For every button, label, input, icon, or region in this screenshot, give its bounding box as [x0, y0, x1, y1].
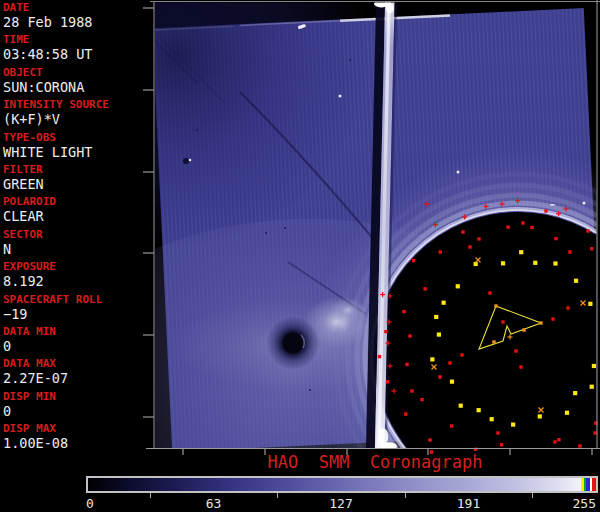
overlay-dot: [566, 306, 569, 309]
metadata-field-label: TIME: [3, 34, 149, 46]
overlay-dot: [461, 230, 464, 233]
metadata-field: SPACECRAFT ROLL −19: [3, 294, 149, 326]
overlay-dot: [553, 440, 556, 443]
overlay-dot: [586, 229, 589, 232]
overlay-dot: [450, 424, 453, 427]
metadata-field-value: 8.192: [3, 274, 149, 289]
overlay-dot: [590, 385, 594, 389]
metadata-field-label: POLAROID: [3, 196, 149, 208]
overlay-dot: [500, 443, 503, 446]
metadata-field: DATE 28 Feb 1988: [3, 2, 149, 34]
metadata-field-value: 03:48:58 UT: [3, 47, 149, 62]
overlay-dot: [408, 334, 411, 337]
metadata-field-label: EXPOSURE: [3, 261, 149, 273]
overlay-dot: [438, 375, 441, 378]
polygon-vertex-dot: [522, 328, 525, 331]
colorbar-label: 255: [573, 497, 596, 511]
overlay-dot: [488, 291, 491, 294]
metadata-field-label: SPACECRAFT ROLL: [3, 294, 149, 306]
metadata-field: DATA MAX 2.27E-07: [3, 358, 149, 390]
overlay-dot: [568, 250, 571, 253]
overlay-dot: [506, 225, 509, 228]
overlay-dot: [404, 412, 407, 415]
overlay-dot: [519, 250, 523, 254]
metadata-field: OBJECT SUN:CORONA: [3, 67, 149, 99]
colorbar-end-stripes: [581, 478, 596, 491]
metadata-field-value: 2.27E-07: [3, 371, 149, 386]
overlay-dot: [410, 389, 413, 392]
overlay-dot: [448, 361, 451, 364]
overlay-dot: [574, 279, 578, 283]
overlay-dot: [384, 330, 387, 333]
image-title: HAO SMM Coronagraph: [150, 452, 600, 472]
overlay-dot: [557, 438, 560, 441]
polygon-vertex-dot: [539, 321, 542, 324]
overlay-dot: [544, 209, 547, 212]
metadata-field-label: DATA MAX: [3, 358, 149, 370]
overlay-dot: [501, 320, 504, 323]
metadata-field: DISP MIN 0: [3, 391, 149, 423]
overlay-dot: [450, 380, 454, 384]
overlay-dot: [590, 247, 593, 250]
metadata-field-value: WHITE LIGHT: [3, 145, 149, 160]
metadata-field: SECTOR N: [3, 229, 149, 261]
metadata-field-value: SUN:CORONA: [3, 80, 149, 95]
overlay-dot: [511, 422, 515, 426]
polygon-vertex-dot: [492, 340, 495, 343]
overlay-dot: [533, 261, 537, 265]
overlay-dot: [460, 353, 463, 356]
metadata-field: DISP MAX 1.00E-08: [3, 423, 149, 455]
overlay-dot: [437, 332, 441, 336]
colorbar-label: 191: [457, 497, 480, 511]
overlay-dot: [592, 364, 596, 368]
overlay-dot: [588, 302, 592, 306]
polygon-vertex-dot: [494, 304, 497, 307]
overlay-dot: [553, 261, 557, 265]
overlay-dot: [530, 226, 533, 229]
overlay-dot: [423, 287, 426, 290]
metadata-field-label: DISP MAX: [3, 423, 149, 435]
colorbar-label: 127: [329, 497, 352, 511]
overlay-dot: [402, 310, 405, 313]
metadata-field-value: 0: [3, 339, 149, 354]
metadata-field-value: N: [3, 242, 149, 257]
metadata-field-label: SECTOR: [3, 229, 149, 241]
overlay-dot: [514, 349, 517, 352]
overlay-dot: [477, 408, 481, 412]
overlay-dot: [434, 315, 438, 319]
overlay-dot: [412, 259, 415, 262]
overlay-dot: [593, 431, 596, 434]
overlay-dot: [456, 284, 460, 288]
metadata-field-label: DISP MIN: [3, 391, 149, 403]
metadata-field-value: 0: [3, 404, 149, 419]
overlay-dot: [573, 391, 577, 395]
colorbar-label: 63: [206, 497, 222, 511]
overlay-dot: [490, 417, 494, 421]
overlay-dot: [554, 237, 557, 240]
metadata-field: DATA MIN 0: [3, 326, 149, 358]
overlay-dot: [439, 250, 442, 253]
metadata-field-label: DATE: [3, 2, 149, 14]
metadata-field: POLAROID CLEAR: [3, 196, 149, 228]
overlay-dot: [378, 355, 381, 358]
metadata-field-value: 1.00E-08: [3, 436, 149, 451]
metadata-field: EXPOSURE 8.192: [3, 261, 149, 293]
metadata-field-label: FILTER: [3, 164, 149, 176]
metadata-field-value: GREEN: [3, 177, 149, 192]
metadata-field-label: OBJECT: [3, 67, 149, 79]
colorbar-scale-labels: 063127191255: [0, 497, 600, 512]
metadata-field-value: −19: [3, 307, 149, 322]
overlay-dot: [428, 438, 431, 441]
overlay-dot: [565, 411, 569, 415]
intensity-colorbar: [86, 476, 598, 493]
overlay-dot: [501, 261, 505, 265]
colorbar-label: 0: [86, 497, 94, 511]
metadata-field: TYPE-OBS WHITE LIGHT: [3, 132, 149, 164]
metadata-field-value: CLEAR: [3, 209, 149, 224]
metadata-field: TIME 03:48:58 UT: [3, 34, 149, 66]
overlay-dot: [538, 414, 542, 418]
overlay-dot: [519, 365, 522, 368]
metadata-field-value: (K+F)*V: [3, 112, 149, 127]
overlay-dot: [459, 404, 463, 408]
overlay-dot: [521, 221, 524, 224]
